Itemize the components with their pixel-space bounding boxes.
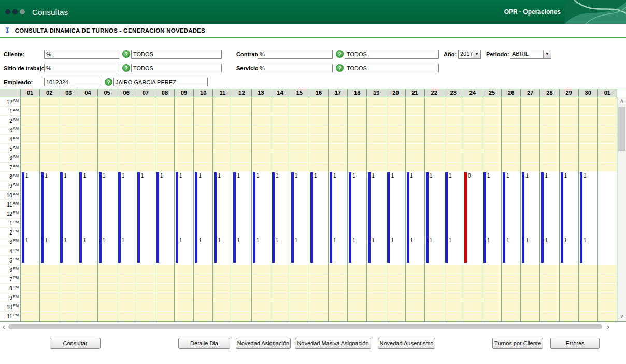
grid-cell[interactable]	[444, 302, 463, 312]
grid-cell[interactable]	[502, 284, 520, 293]
grid-cell[interactable]	[579, 107, 597, 116]
grid-cell[interactable]	[406, 116, 424, 125]
grid-cell[interactable]	[463, 107, 482, 116]
day-column[interactable]: 1	[155, 97, 175, 321]
grid-cell[interactable]	[271, 107, 290, 116]
grid-cell[interactable]	[175, 97, 193, 107]
grid-cell[interactable]	[232, 97, 251, 107]
grid-cell[interactable]	[271, 274, 290, 284]
vertical-scroll-thumb[interactable]	[618, 107, 625, 151]
grid-cell[interactable]	[598, 256, 617, 265]
grid-cell[interactable]	[540, 144, 559, 153]
grid-cell[interactable]	[598, 293, 617, 302]
grid-cell[interactable]	[598, 246, 617, 256]
grid-cell[interactable]	[482, 116, 501, 125]
grid-cell[interactable]	[521, 153, 539, 163]
grid-cell[interactable]	[78, 116, 97, 125]
grid-cell[interactable]	[78, 312, 97, 321]
novedad-asignacion-button[interactable]: Novedad Asignación	[236, 338, 291, 349]
grid-cell[interactable]	[579, 125, 597, 135]
shift-bar[interactable]	[176, 172, 178, 263]
grid-cell[interactable]	[21, 284, 39, 293]
grid-cell[interactable]	[98, 274, 117, 284]
grid-cell[interactable]	[482, 302, 501, 312]
grid-cell[interactable]	[367, 153, 386, 163]
grid-cell[interactable]	[598, 274, 617, 284]
grid-cell[interactable]	[502, 135, 520, 144]
grid-cell[interactable]	[155, 125, 174, 135]
grid-cell[interactable]	[502, 144, 520, 153]
grid-cell[interactable]	[367, 125, 386, 135]
day-column[interactable]: 11	[444, 97, 463, 321]
grid-cell[interactable]	[175, 144, 193, 153]
empleado-prompt-icon[interactable]: ?	[105, 78, 112, 86]
grid-cell[interactable]	[78, 97, 97, 107]
grid-cell[interactable]	[502, 153, 520, 163]
day-column[interactable]: 11	[78, 97, 97, 321]
shift-bar[interactable]	[310, 172, 313, 263]
shift-bar[interactable]	[156, 172, 159, 263]
grid-cell[interactable]	[175, 135, 193, 144]
grid-cell[interactable]	[175, 302, 193, 312]
grid-cell[interactable]	[463, 116, 482, 125]
grid-cell[interactable]	[598, 153, 617, 163]
grid-cell[interactable]	[194, 125, 212, 135]
shift-bar[interactable]	[272, 172, 275, 263]
grid-cell[interactable]	[290, 144, 309, 153]
grid-cell[interactable]	[348, 144, 366, 153]
grid-cell[interactable]	[290, 284, 309, 293]
grid-cell[interactable]	[463, 265, 482, 274]
grid-cell[interactable]	[21, 163, 39, 172]
shift-bar[interactable]	[561, 172, 563, 263]
grid-cell[interactable]	[406, 293, 424, 302]
grid-cell[interactable]	[98, 163, 117, 172]
grid-cell[interactable]	[213, 125, 232, 135]
grid-cell[interactable]	[502, 312, 520, 321]
grid-cell[interactable]	[98, 97, 117, 107]
grid-cell[interactable]	[406, 265, 424, 274]
grid-cell[interactable]	[117, 116, 136, 125]
grid-cell[interactable]	[444, 116, 463, 125]
grid-cell[interactable]	[271, 284, 290, 293]
grid-cell[interactable]	[598, 107, 617, 116]
grid-cell[interactable]	[386, 302, 405, 312]
grid-cell[interactable]	[463, 135, 482, 144]
grid-cell[interactable]	[406, 284, 424, 293]
grid-cell[interactable]	[194, 144, 212, 153]
day-column[interactable]	[598, 97, 617, 321]
day-column[interactable]: 11	[117, 97, 136, 321]
grid-cell[interactable]	[560, 284, 578, 293]
grid-cell[interactable]	[59, 97, 78, 107]
grid-cell[interactable]	[232, 153, 251, 163]
grid-cell[interactable]	[521, 312, 539, 321]
grid-cell[interactable]	[290, 135, 309, 144]
grid-cell[interactable]	[59, 163, 78, 172]
grid-cell[interactable]	[78, 144, 97, 153]
day-column[interactable]: 0	[463, 97, 482, 321]
grid-cell[interactable]	[155, 107, 174, 116]
grid-cell[interactable]	[386, 153, 405, 163]
grid-cell[interactable]	[175, 265, 193, 274]
grid-cell[interactable]	[136, 293, 155, 302]
grid-cell[interactable]	[117, 107, 136, 116]
day-column[interactable]: 11	[329, 97, 348, 321]
shift-bar[interactable]	[137, 172, 140, 263]
grid-cell[interactable]	[40, 116, 59, 125]
grid-cell[interactable]	[59, 293, 78, 302]
grid-cell[interactable]	[232, 107, 251, 116]
contrato-prompt-icon[interactable]: ?	[336, 50, 344, 58]
shift-bar[interactable]	[79, 172, 82, 263]
grid-cell[interactable]	[329, 293, 347, 302]
grid-cell[interactable]	[521, 125, 539, 135]
shift-bar[interactable]	[233, 172, 236, 263]
shift-bar[interactable]	[445, 172, 448, 263]
grid-cell[interactable]	[40, 274, 59, 284]
grid-cell[interactable]	[309, 153, 328, 163]
grid-cell[interactable]	[21, 302, 39, 312]
grid-cell[interactable]	[463, 97, 482, 107]
grid-cell[interactable]	[194, 116, 212, 125]
grid-cell[interactable]	[136, 284, 155, 293]
grid-cell[interactable]	[117, 302, 136, 312]
grid-cell[interactable]	[40, 312, 59, 321]
grid-cell[interactable]	[213, 116, 232, 125]
